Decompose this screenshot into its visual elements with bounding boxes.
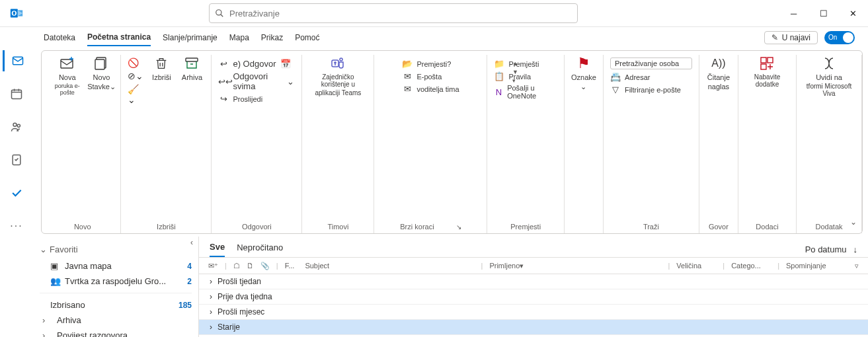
addins-icon xyxy=(759,55,775,72)
new-mail-icon xyxy=(58,55,77,72)
chevron-right-icon: › xyxy=(210,292,212,301)
meeting-icon[interactable]: 📅 xyxy=(280,59,291,69)
chevron-right-icon: › xyxy=(210,277,212,286)
tags-button[interactable]: ⚑ Oznake ⌄ xyxy=(571,55,596,91)
get-addins-button[interactable]: Nabavite dodatke xyxy=(745,55,789,88)
mail-icon: ✉ xyxy=(402,84,413,94)
chevron-right-icon: › xyxy=(210,307,212,317)
archive-icon xyxy=(184,55,200,72)
group-last-month[interactable]: ›Prošli mjesec xyxy=(199,305,868,320)
rail-people-icon[interactable] xyxy=(3,116,30,137)
group-last-week[interactable]: ›Prošli tjedan xyxy=(199,274,868,289)
teams-share-button[interactable]: Zajedničko korištenje u aplikaciji Teams xyxy=(309,55,367,96)
group-two-weeks[interactable]: ›Prije dva tjedna xyxy=(199,289,868,305)
group-older[interactable]: ›Starije xyxy=(199,320,868,335)
new-email-button[interactable]: Nova poruka e-pošte xyxy=(51,55,83,96)
tab-datoteka[interactable]: Datoteka xyxy=(44,30,75,46)
filter-tab-unread[interactable]: Nepročitano xyxy=(237,243,283,256)
rail-tasks-icon[interactable] xyxy=(3,149,30,170)
col-f[interactable]: F... xyxy=(285,262,295,270)
flag-icon: ⚑ xyxy=(577,55,590,72)
teams-icon xyxy=(329,55,346,72)
quickstep-move[interactable]: 📂Premjesti? xyxy=(402,59,451,69)
rail-todo-icon[interactable] xyxy=(3,182,30,204)
col-category[interactable]: Catego... xyxy=(731,262,771,270)
maximize-button[interactable]: ☐ xyxy=(809,0,838,26)
favorites-header[interactable]: ⌄Favoriti xyxy=(33,241,198,258)
svg-rect-11 xyxy=(95,59,104,69)
folder-arhiva[interactable]: ›Arhiva xyxy=(33,313,198,328)
col-filter-icon[interactable]: ▿ xyxy=(855,262,859,270)
close-button[interactable]: ✕ xyxy=(838,0,868,26)
people-search-input[interactable]: Pretraživanje osoba xyxy=(610,57,692,69)
forward-icon: ↪ xyxy=(218,94,229,104)
filter-icon: ▽ xyxy=(610,85,621,94)
archive-button[interactable]: Arhiva xyxy=(179,55,204,105)
coming-soon-toggle[interactable]: On xyxy=(824,31,855,44)
viva-insights-button[interactable]: Uvidi na tformi Microsoft Viva xyxy=(803,55,855,97)
onenote-button[interactable]: NPošalji u OneNote xyxy=(494,84,557,100)
tab-pocetna[interactable]: Početna stranica xyxy=(87,29,151,46)
col-mention[interactable]: Spominjanje xyxy=(786,262,839,270)
tab-pomoc[interactable]: Pomoć xyxy=(295,30,319,46)
onenote-icon: N xyxy=(494,87,503,97)
outlook-logo xyxy=(7,6,26,20)
filter-tab-all[interactable]: Sve xyxy=(210,242,225,257)
quickstep-lead[interactable]: ✉voditelja tima xyxy=(402,84,459,94)
chevron-right-icon: › xyxy=(42,330,49,337)
junk-icon[interactable]: ⊘⌄ xyxy=(128,71,143,81)
collapse-pane-icon[interactable]: ‹ xyxy=(190,238,193,247)
svg-rect-12 xyxy=(186,58,198,61)
rail-calendar-icon[interactable] xyxy=(3,83,30,104)
chevron-right-icon: › xyxy=(42,315,49,325)
tab-slanje[interactable]: Slanje/primanje xyxy=(163,30,217,46)
svg-point-14 xyxy=(340,58,342,61)
rules-icon: 📋 xyxy=(494,71,504,81)
folder-tvrtka[interactable]: 👥Tvrtka za raspodjelu Gro...2 xyxy=(33,274,198,289)
addressbook-icon: 📇 xyxy=(610,72,621,82)
chevron-down-icon: ⌄ xyxy=(40,244,47,254)
col-attach[interactable]: 🗋 xyxy=(247,262,254,270)
sort-direction-icon[interactable]: ↓ xyxy=(853,244,858,254)
search-placeholder: Pretraživanje xyxy=(229,9,280,19)
tab-mapa[interactable]: Mapa xyxy=(229,30,249,46)
coming-soon-button[interactable]: ✎ U najavi xyxy=(764,31,818,44)
launcher-icon[interactable]: ↘ xyxy=(456,223,461,231)
reply-button[interactable]: ↩e) Odgovor📅 xyxy=(218,59,290,69)
col-icon[interactable]: ✉⁺ xyxy=(208,262,218,270)
col-flag[interactable]: ☖ xyxy=(233,262,240,270)
delete-button[interactable]: Izbriši xyxy=(149,55,174,105)
forward-button[interactable]: ↪Proslijedi xyxy=(218,94,262,104)
minimize-button[interactable]: ─ xyxy=(779,0,809,26)
folder-move-icon: 📁 xyxy=(494,59,504,69)
rail-mail-icon[interactable] xyxy=(3,50,31,71)
folder-povijest[interactable]: ›Povijest razgovora xyxy=(33,328,198,337)
mail-icon: ✉ xyxy=(402,71,413,81)
sort-by-button[interactable]: Po datumu xyxy=(805,244,847,254)
reply-icon: ↩ xyxy=(218,59,229,69)
trash-icon xyxy=(154,55,169,72)
svg-rect-17 xyxy=(761,64,766,69)
search-icon xyxy=(215,9,224,18)
svg-rect-5 xyxy=(12,90,22,98)
read-aloud-button[interactable]: A)) Čitanje naglas xyxy=(706,55,731,91)
col-size[interactable]: Veličina xyxy=(676,262,716,270)
folder-javna-mapa[interactable]: ▣Javna mapa4 xyxy=(33,258,198,274)
tab-prikaz[interactable]: Prikaz xyxy=(261,30,283,46)
people-icon: 👥 xyxy=(50,276,59,286)
ignore-icon[interactable]: 🚫 xyxy=(128,57,139,68)
col-paperclip[interactable]: 📎 xyxy=(260,262,270,270)
rail-more-icon[interactable]: ··· xyxy=(3,215,30,237)
col-received[interactable]: Primljeno ▾ xyxy=(489,262,661,270)
filter-email-button[interactable]: ▽Filtriranje e-pošte xyxy=(610,85,681,94)
col-subject[interactable]: Subject xyxy=(305,262,474,270)
reply-all-button[interactable]: ↩↩Odgovori svima⌄ xyxy=(218,71,295,91)
cleanup-icon[interactable]: 🧹⌄ xyxy=(128,84,143,105)
ribbon-collapse-chevron-icon[interactable]: ⌄ xyxy=(850,217,857,227)
addressbook-button[interactable]: 📇Adresar xyxy=(610,72,651,82)
folder-izbrisano[interactable]: Izbrisano185 xyxy=(33,297,198,313)
search-box[interactable]: Pretraživanje xyxy=(209,3,578,23)
new-items-button[interactable]: Novo Stavke⌄ xyxy=(89,55,114,96)
quickstep-email[interactable]: ✉E-pošta xyxy=(402,71,442,81)
svg-rect-15 xyxy=(761,57,766,63)
